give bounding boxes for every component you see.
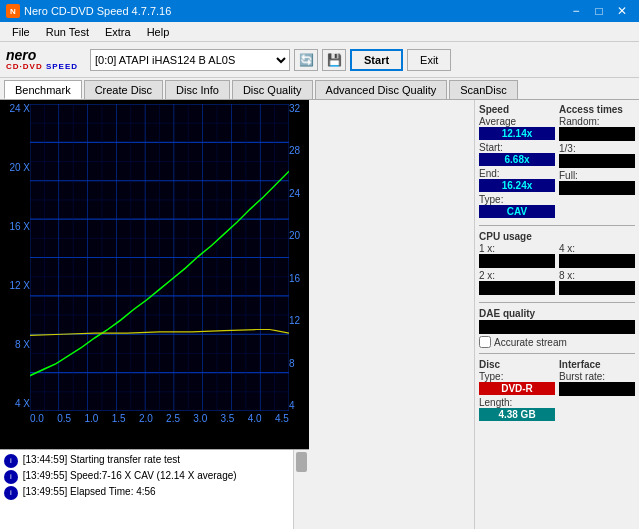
x8-value bbox=[559, 281, 635, 295]
speed-title: Speed bbox=[479, 104, 555, 115]
x-label-0: 0.0 bbox=[30, 413, 44, 424]
chart-log-area: 24 X 20 X 16 X 12 X 8 X 4 X bbox=[0, 100, 474, 529]
toolbar: nero CD·DVD SPEED [0:0] ATAPI iHAS124 B … bbox=[0, 42, 639, 78]
speed-col: Speed Average 12.14x Start: 6.68x End: 1… bbox=[479, 104, 555, 220]
cpu-col2: 4 x: 8 x: bbox=[559, 243, 635, 297]
burst-rate-value bbox=[559, 382, 635, 396]
x-label-15: 1.5 bbox=[112, 413, 126, 424]
cpu-columns: 1 x: 2 x: 4 x: 8 x: bbox=[479, 243, 635, 297]
disc-title: Disc bbox=[479, 359, 555, 370]
y-right-4: 4 bbox=[289, 401, 295, 411]
x-label-10: 1.0 bbox=[84, 413, 98, 424]
tab-create-disc[interactable]: Create Disc bbox=[84, 80, 163, 99]
y-right-20: 20 bbox=[289, 231, 300, 241]
save-button[interactable]: 💾 bbox=[322, 49, 346, 71]
tab-disc-info[interactable]: Disc Info bbox=[165, 80, 230, 99]
disc-type-label: Type: bbox=[479, 371, 555, 382]
y-right-28: 28 bbox=[289, 146, 300, 156]
menu-bar: File Run Test Extra Help bbox=[0, 22, 639, 42]
menu-extra[interactable]: Extra bbox=[97, 24, 139, 40]
x-label-40: 4.0 bbox=[248, 413, 262, 424]
log-entry-2: i [13:49:55] Elapsed Time: 4:56 bbox=[4, 484, 289, 500]
start-label: Start: bbox=[479, 142, 555, 153]
tab-disc-quality[interactable]: Disc Quality bbox=[232, 80, 313, 99]
minimize-button[interactable]: − bbox=[565, 2, 587, 20]
average-value: 12.14x bbox=[479, 127, 555, 140]
divider-3 bbox=[479, 353, 635, 354]
drive-select[interactable]: [0:0] ATAPI iHAS124 B AL0S bbox=[90, 49, 290, 71]
title-bar: N Nero CD-DVD Speed 4.7.7.16 − □ ✕ bbox=[0, 0, 639, 22]
title-bar-controls: − □ ✕ bbox=[565, 2, 633, 20]
disc-interface-section: Disc Type: DVD-R Length: 4.38 GB Interfa… bbox=[479, 359, 635, 423]
tab-scan-disc[interactable]: ScanDisc bbox=[449, 80, 517, 99]
burst-rate-label: Burst rate: bbox=[559, 371, 635, 382]
logo: nero CD·DVD SPEED bbox=[6, 48, 78, 71]
y-label-8: 8 X bbox=[15, 340, 30, 350]
dae-value bbox=[479, 320, 635, 334]
log-icon-1: i bbox=[4, 470, 18, 484]
full-value bbox=[559, 181, 635, 195]
exit-button[interactable]: Exit bbox=[407, 49, 451, 71]
chart-area: 24 X 20 X 16 X 12 X 8 X 4 X bbox=[0, 100, 309, 449]
interface-title: Interface bbox=[559, 359, 635, 370]
x2-value bbox=[479, 281, 555, 295]
tab-benchmark[interactable]: Benchmark bbox=[4, 80, 82, 99]
logo-text: nero bbox=[6, 48, 78, 62]
speed-access-section: Speed Average 12.14x Start: 6.68x End: 1… bbox=[479, 104, 635, 220]
average-label: Average bbox=[479, 116, 555, 127]
tabs: Benchmark Create Disc Disc Info Disc Qua… bbox=[0, 78, 639, 100]
y-axis-right: 32 28 24 20 16 12 8 4 bbox=[289, 104, 307, 411]
x1-value bbox=[479, 254, 555, 268]
divider-2 bbox=[479, 302, 635, 303]
y-label-20: 20 X bbox=[9, 163, 30, 173]
interface-col: Interface Burst rate: bbox=[559, 359, 635, 423]
cpu-col1: 1 x: 2 x: bbox=[479, 243, 555, 297]
x-label-20: 2.0 bbox=[139, 413, 153, 424]
log-content: i [13:44:59] Starting transfer rate test… bbox=[0, 450, 293, 529]
accurate-stream-checkbox[interactable] bbox=[479, 336, 491, 348]
tab-advanced-disc-quality[interactable]: Advanced Disc Quality bbox=[315, 80, 448, 99]
type-label: Type: bbox=[479, 194, 555, 205]
accurate-stream-row: Accurate stream bbox=[479, 336, 635, 348]
start-value: 6.68x bbox=[479, 153, 555, 166]
disc-type-value: DVD-R bbox=[479, 382, 555, 395]
y-right-24: 24 bbox=[289, 189, 300, 199]
log-entry-0: i [13:44:59] Starting transfer rate test bbox=[4, 452, 289, 468]
start-button[interactable]: Start bbox=[350, 49, 403, 71]
y-label-4: 4 X bbox=[15, 399, 30, 409]
end-label: End: bbox=[479, 168, 555, 179]
full-label: Full: bbox=[559, 170, 635, 181]
y-right-8: 8 bbox=[289, 359, 295, 369]
x-label-25: 2.5 bbox=[166, 413, 180, 424]
drive-refresh-button[interactable]: 🔄 bbox=[294, 49, 318, 71]
y-right-12: 12 bbox=[289, 316, 300, 326]
x-axis: 0.0 0.5 1.0 1.5 2.0 2.5 3.0 3.5 4.0 4.5 bbox=[30, 411, 289, 445]
dae-section: DAE quality Accurate stream bbox=[479, 308, 635, 348]
y-label-24: 24 X bbox=[9, 104, 30, 114]
x-label-35: 3.5 bbox=[221, 413, 235, 424]
cpu-title: CPU usage bbox=[479, 231, 635, 242]
y-axis-left: 24 X 20 X 16 X 12 X 8 X 4 X bbox=[2, 104, 30, 409]
menu-file[interactable]: File bbox=[4, 24, 38, 40]
log-entry-1: i [13:49:55] Speed:7-16 X CAV (12.14 X a… bbox=[4, 468, 289, 484]
log-icon-2: i bbox=[4, 486, 18, 500]
menu-run-test[interactable]: Run Test bbox=[38, 24, 97, 40]
app-icon: N bbox=[6, 4, 20, 18]
divider-1 bbox=[479, 225, 635, 226]
dae-title: DAE quality bbox=[479, 308, 635, 319]
close-button[interactable]: ✕ bbox=[611, 2, 633, 20]
right-panel: Speed Average 12.14x Start: 6.68x End: 1… bbox=[474, 100, 639, 529]
main-content: 24 X 20 X 16 X 12 X 8 X 4 X bbox=[0, 100, 639, 529]
chart-svg bbox=[30, 104, 289, 411]
x4-label: 4 x: bbox=[559, 243, 635, 254]
x-label-45: 4.5 bbox=[275, 413, 289, 424]
x-label-30: 3.0 bbox=[193, 413, 207, 424]
menu-help[interactable]: Help bbox=[139, 24, 178, 40]
disc-length-label: Length: bbox=[479, 397, 555, 408]
log-scrollbar[interactable] bbox=[293, 450, 309, 529]
one-third-value bbox=[559, 154, 635, 168]
log-area: i [13:44:59] Starting transfer rate test… bbox=[0, 449, 309, 529]
random-value bbox=[559, 127, 635, 141]
maximize-button[interactable]: □ bbox=[588, 2, 610, 20]
x2-label: 2 x: bbox=[479, 270, 555, 281]
